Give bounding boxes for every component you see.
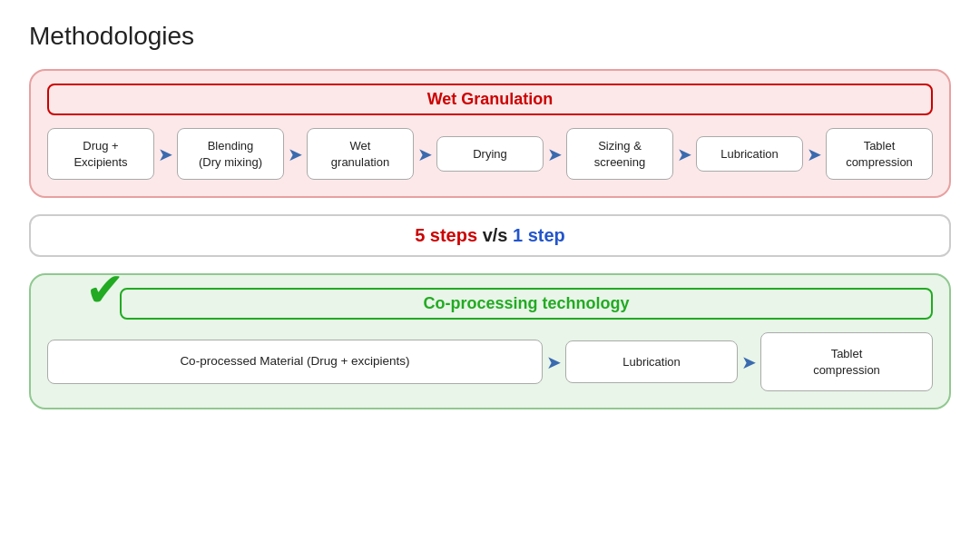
step-blending: Blending(Dry mixing) xyxy=(177,128,284,180)
co-processing-title-box: Co-processing technology xyxy=(120,288,933,320)
page-title: Methodologies xyxy=(29,22,951,51)
wet-granulation-title: Wet Granulation xyxy=(427,90,554,108)
step-lubrication-wet: Lubrication xyxy=(696,136,803,172)
checkmark-icon: ✔ xyxy=(85,266,125,313)
arrow-co-1: ➤ xyxy=(543,351,565,373)
steps-blue: 1 step xyxy=(513,225,565,245)
arrow-5: ➤ xyxy=(673,143,696,165)
comparison-text: 5 steps v/s 1 step xyxy=(415,225,565,245)
comparison-container: 5 steps v/s 1 step xyxy=(29,214,951,257)
arrow-6: ➤ xyxy=(803,143,826,165)
step-lubrication-co: Lubrication xyxy=(565,340,738,384)
step-drying: Drying xyxy=(436,136,544,172)
arrow-co-2: ➤ xyxy=(738,351,760,373)
co-processing-container: ✔ Co-processing technology Co-processed … xyxy=(29,273,951,409)
step-tablet-compression-wet: Tabletcompression xyxy=(826,128,933,180)
step-drug-excipients: Drug +Excipients xyxy=(47,128,154,180)
co-processing-steps-row: Co-processed Material (Drug + excipients… xyxy=(47,332,933,391)
checkmark-area: ✔ xyxy=(85,266,125,313)
steps-red: 5 steps xyxy=(415,225,477,245)
arrow-1: ➤ xyxy=(154,143,177,165)
arrow-4: ➤ xyxy=(544,143,566,165)
arrow-3: ➤ xyxy=(414,143,436,165)
steps-mid: v/s xyxy=(477,225,513,245)
wet-granulation-title-box: Wet Granulation xyxy=(47,84,933,115)
arrow-2: ➤ xyxy=(284,143,307,165)
step-co-processed-material: Co-processed Material (Drug + excipients… xyxy=(47,340,543,384)
step-tablet-compression-co: Tabletcompression xyxy=(760,332,933,391)
wet-granulation-container: Wet Granulation Drug +Excipients ➤ Blend… xyxy=(29,69,951,198)
co-processing-title: Co-processing technology xyxy=(423,294,629,312)
step-sizing-screening: Sizing &screening xyxy=(566,128,673,180)
step-wet-granulation: Wetgranulation xyxy=(307,128,414,180)
wet-granulation-steps-row: Drug +Excipients ➤ Blending(Dry mixing) … xyxy=(47,128,933,180)
